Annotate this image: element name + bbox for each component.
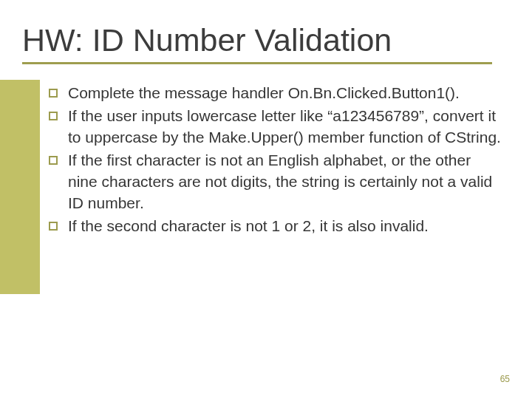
bullet-text: If the first character is not an English… — [68, 150, 504, 214]
bullet-icon — [49, 112, 58, 120]
title-underline — [22, 62, 492, 64]
bullet-text: Complete the message handler On.Bn.Click… — [68, 83, 460, 104]
bullet-icon — [49, 222, 58, 231]
accent-sidebar — [0, 80, 40, 294]
bullet-text: If the second character is not 1 or 2, i… — [68, 216, 429, 237]
bullet-icon — [49, 156, 58, 165]
bullet-text: If the user inputs lowercase letter like… — [68, 106, 504, 149]
list-item: If the second character is not 1 or 2, i… — [49, 216, 504, 237]
page-number: 65 — [500, 374, 510, 384]
slide-title: HW: ID Number Validation — [22, 22, 392, 58]
body-content: Complete the message handler On.Bn.Click… — [49, 83, 504, 239]
list-item: Complete the message handler On.Bn.Click… — [49, 83, 504, 104]
list-item: If the user inputs lowercase letter like… — [49, 106, 504, 149]
slide: HW: ID Number Validation Complete the me… — [0, 0, 532, 399]
list-item: If the first character is not an English… — [49, 150, 504, 214]
bullet-icon — [49, 89, 58, 98]
